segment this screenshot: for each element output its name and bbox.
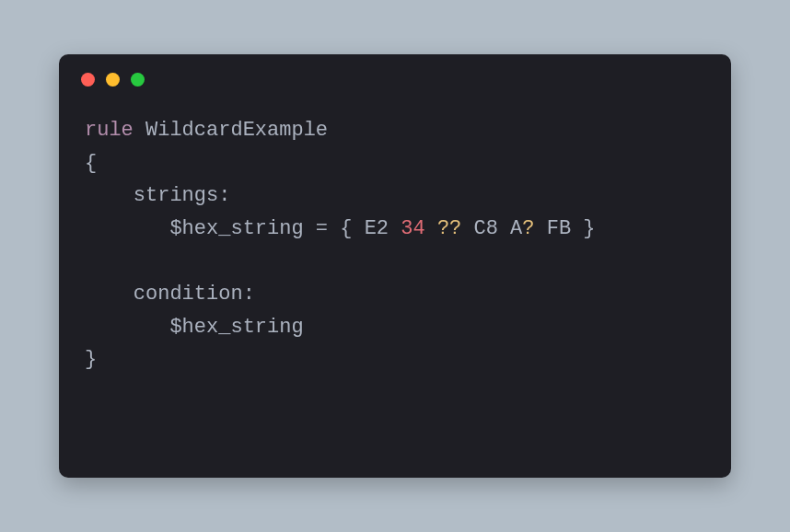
brace-open: { bbox=[85, 152, 97, 175]
window-titlebar bbox=[59, 54, 731, 92]
hex-wildcard: ?? bbox=[437, 217, 461, 240]
section-strings: strings: bbox=[134, 184, 231, 207]
hex-byte: E2 bbox=[365, 217, 389, 240]
hex-byte: 34 bbox=[401, 217, 424, 240]
var-hex-string: $hex_string bbox=[169, 217, 303, 240]
minimize-icon[interactable] bbox=[106, 73, 120, 87]
keyword-rule: rule bbox=[85, 119, 134, 142]
hex-byte-partial: A bbox=[510, 217, 522, 240]
zoom-icon[interactable] bbox=[131, 73, 145, 87]
hex-wildcard-nibble: ? bbox=[522, 217, 534, 240]
code-block: rule WildcardExample { strings: $hex_str… bbox=[59, 92, 731, 402]
condition-expr: $hex_string bbox=[169, 316, 303, 339]
brace-close: } bbox=[85, 348, 97, 371]
equals-sign: = bbox=[316, 217, 328, 240]
close-icon[interactable] bbox=[81, 73, 95, 87]
hex-close: } bbox=[583, 217, 595, 240]
section-condition: condition: bbox=[134, 283, 255, 306]
hex-byte: FB bbox=[547, 217, 571, 240]
hex-open: { bbox=[340, 217, 352, 240]
rule-name: WildcardExample bbox=[145, 119, 328, 142]
hex-byte: C8 bbox=[474, 217, 498, 240]
code-window: rule WildcardExample { strings: $hex_str… bbox=[59, 54, 731, 478]
